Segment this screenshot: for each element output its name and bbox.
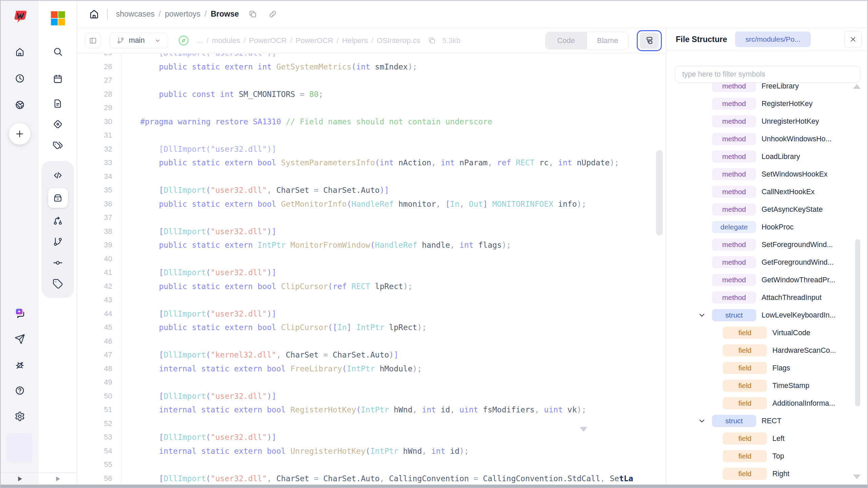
line-number[interactable]: 36	[77, 200, 121, 208]
symbol-row[interactable]: fieldVirtualCode	[666, 324, 868, 342]
compass-icon[interactable]	[177, 34, 190, 47]
sidebar-item-bug[interactable]	[12, 357, 27, 372]
line-number[interactable]: 54	[77, 447, 121, 455]
home-icon[interactable]	[88, 8, 100, 20]
line-number[interactable]: 53	[77, 433, 121, 442]
symbol-row[interactable]: structLowLevelKeyboardIn...	[666, 306, 868, 324]
line-number[interactable]: 41	[77, 268, 121, 277]
symbol-row[interactable]: methodUnhookWindowsHo...	[666, 130, 868, 148]
symbol-row[interactable]: fieldAdditionalInforma...	[666, 394, 868, 412]
tab-code[interactable]: Code	[546, 32, 587, 49]
symbol-row[interactable]: methodUnregisterHotKey	[666, 113, 868, 130]
symbol-row[interactable]: methodLoadLibrary	[666, 148, 868, 165]
sidebar-item-directions[interactable]	[50, 117, 65, 131]
sidebar-item-home[interactable]	[12, 44, 27, 59]
sidebar-item-calendar[interactable]	[50, 71, 65, 86]
brand-logo[interactable]	[11, 8, 28, 26]
horizontal-scrollbar[interactable]	[1, 485, 867, 487]
symbol-filter-input[interactable]	[675, 66, 860, 83]
line-number[interactable]: 27	[77, 76, 121, 85]
breadcrumb-segment[interactable]: powertoys	[165, 9, 200, 19]
breadcrumb-segment[interactable]: showcases	[116, 9, 155, 19]
panel-scroll-down-arrow[interactable]	[853, 474, 861, 479]
symbol-row[interactable]: fieldRight	[666, 465, 868, 483]
tab-blame[interactable]: Blame	[587, 32, 628, 49]
link-icon[interactable]	[268, 9, 277, 19]
line-number[interactable]: 38	[77, 227, 121, 236]
path-segment[interactable]: Helpers	[342, 36, 368, 45]
sidebar-item-tag[interactable]	[48, 276, 68, 292]
scroll-down-arrow[interactable]	[580, 427, 587, 432]
line-number[interactable]: 47	[77, 350, 121, 359]
line-number[interactable]: 39	[77, 241, 121, 249]
symbol-row[interactable]: fieldTop	[666, 447, 868, 465]
code-viewer[interactable]: 25 [DllImport("user32.dll")]26 public st…	[77, 54, 666, 486]
line-number[interactable]: 45	[77, 323, 121, 332]
line-number[interactable]: 50	[77, 392, 121, 401]
copy-path-icon[interactable]	[428, 36, 436, 45]
panel-path-badge[interactable]: src/modules/Po...	[735, 32, 810, 47]
copy-icon[interactable]	[248, 9, 257, 19]
symbol-row[interactable]: methodGetForegroundWind...	[666, 253, 868, 271]
breadcrumb-current[interactable]: Browse	[211, 9, 239, 19]
line-number[interactable]: 25	[77, 54, 121, 57]
symbol-row[interactable]: methodRegisterHotKey	[666, 95, 868, 113]
symbol-row[interactable]: methodCallNextHookEx	[666, 183, 868, 201]
sidebar-item-help[interactable]	[12, 383, 27, 398]
chevron-down-icon[interactable]	[697, 416, 706, 425]
sidebar-item-archive[interactable]	[48, 188, 68, 208]
path-segment[interactable]: PowerOCR	[296, 36, 333, 45]
symbol-row[interactable]: methodSetWindowsHookEx	[666, 165, 868, 183]
path-segment[interactable]: PowerOCR	[249, 36, 287, 45]
sidebar-item-settings[interactable]	[12, 409, 27, 424]
line-number[interactable]: 49	[77, 378, 121, 387]
line-number[interactable]: 52	[77, 419, 121, 428]
chevron-down-icon[interactable]	[697, 311, 706, 320]
symbol-row[interactable]: methodGetWindowThreadPr...	[666, 271, 868, 289]
sidebar-collapse-cell[interactable]	[39, 473, 77, 485]
line-number[interactable]: 48	[77, 364, 121, 373]
symbol-row[interactable]: methodAttachThreadInput	[666, 289, 868, 306]
microsoft-logo[interactable]	[49, 9, 67, 27]
line-number[interactable]: 35	[77, 186, 121, 195]
symbol-row[interactable]: fieldTimeStamp	[666, 377, 868, 394]
line-number[interactable]: 40	[77, 255, 121, 263]
line-number[interactable]: 31	[77, 131, 121, 140]
line-number[interactable]: 26	[77, 62, 121, 71]
file-structure-toggle-button[interactable]	[637, 30, 662, 51]
symbol-row[interactable]: fieldHardwareScanCo...	[666, 342, 868, 359]
symbol-row[interactable]: fieldBottom	[666, 483, 868, 484]
line-number[interactable]: 46	[77, 337, 121, 346]
line-number[interactable]: 42	[77, 282, 121, 291]
close-panel-button[interactable]	[844, 31, 862, 48]
symbol-row[interactable]: methodGetAsyncKeyState	[666, 201, 868, 218]
symbol-row[interactable]: methodSetForegroundWind...	[666, 236, 868, 253]
path-segment[interactable]: ...	[197, 36, 203, 45]
sidebar-item-ai-chat[interactable]	[12, 306, 27, 321]
panel-scroll-up-arrow[interactable]	[853, 84, 861, 89]
line-number[interactable]: 51	[77, 405, 121, 414]
sidebar-toggle-button[interactable]	[85, 33, 101, 48]
line-number[interactable]: 32	[77, 145, 121, 154]
symbol-row[interactable]: fieldLeft	[666, 430, 868, 447]
sidebar-item-search[interactable]	[50, 44, 65, 59]
line-number[interactable]: 56	[77, 474, 121, 483]
code-scrollbar[interactable]	[656, 150, 663, 236]
symbol-row[interactable]: delegateHookProc	[666, 218, 868, 236]
line-number[interactable]: 44	[77, 309, 121, 318]
line-number[interactable]: 29	[77, 103, 121, 112]
sidebar-item-clock[interactable]	[12, 71, 27, 86]
branch-selector[interactable]: main	[110, 33, 168, 48]
path-segment[interactable]: modules	[212, 36, 240, 45]
sidebar-item-tags[interactable]	[50, 138, 65, 152]
line-number[interactable]: 28	[77, 90, 121, 99]
path-segment[interactable]: OSInterop.cs	[377, 36, 420, 45]
sidebar-item-file[interactable]	[50, 96, 65, 111]
sidebar-item-send[interactable]	[12, 331, 27, 346]
add-button[interactable]	[9, 123, 31, 145]
rail-collapse-cell[interactable]	[1, 473, 39, 485]
line-number[interactable]: 43	[77, 296, 121, 304]
line-number[interactable]: 37	[77, 213, 121, 222]
line-number[interactable]: 34	[77, 172, 121, 181]
sidebar-item-compare[interactable]	[48, 212, 68, 229]
